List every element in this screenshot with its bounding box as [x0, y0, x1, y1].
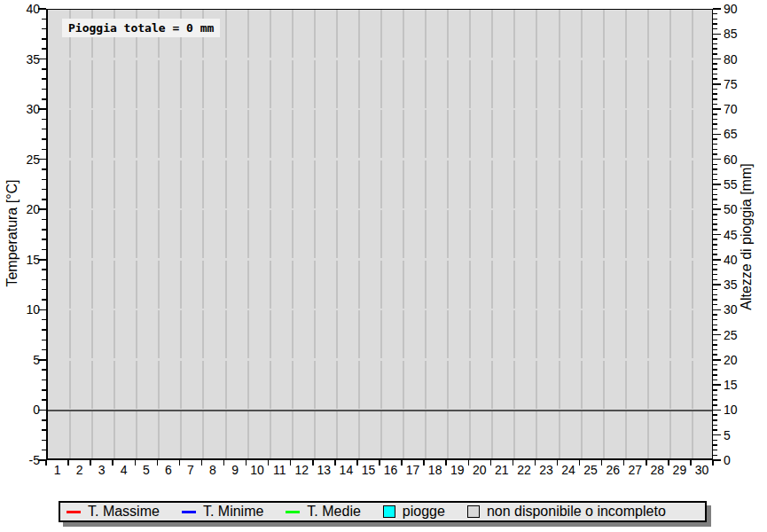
x-axis-day-label: 22	[517, 464, 531, 476]
right-axis-tick-label: 70	[724, 103, 738, 115]
legend-label-non-disponibile-o-incompleto: non disponibile o incompleto	[487, 505, 666, 519]
day-gridline	[536, 10, 537, 458]
right-minor-tick	[713, 189, 717, 191]
day-gridline	[692, 10, 693, 458]
right-minor-tick	[713, 389, 717, 391]
left-minor-tick	[42, 28, 46, 30]
x-axis-day-label: 7	[187, 464, 194, 476]
day-gridline	[380, 10, 382, 458]
left-minor-tick	[42, 98, 46, 100]
x-axis-tick	[135, 460, 137, 466]
day-gridline	[625, 10, 627, 458]
right-major-tick	[713, 434, 721, 436]
right-minor-tick	[713, 414, 717, 416]
day-gridline	[69, 10, 71, 458]
right-axis-tick-label: 0	[724, 454, 731, 466]
zero-degree-line	[48, 410, 712, 411]
right-minor-tick	[713, 429, 717, 431]
right-minor-tick	[713, 164, 717, 166]
left-axis-tick-label: 5	[0, 354, 40, 366]
right-minor-tick	[713, 254, 717, 255]
right-major-tick	[713, 184, 721, 185]
day-gridline	[270, 10, 271, 458]
x-axis-tick	[246, 460, 247, 466]
day-gridline	[113, 10, 115, 458]
right-minor-tick	[713, 319, 717, 321]
left-minor-tick	[42, 389, 46, 391]
right-axis-tick-label: 40	[724, 254, 738, 266]
right-axis-tick-label: 45	[724, 229, 738, 241]
left-axis-tick-label: 25	[0, 153, 40, 166]
right-minor-tick	[713, 279, 717, 281]
right-minor-tick	[713, 294, 717, 296]
x-axis-tick	[623, 460, 625, 466]
left-minor-tick	[42, 189, 46, 191]
x-axis-tick	[468, 460, 470, 466]
day-gridline	[447, 10, 449, 458]
left-minor-tick	[42, 129, 46, 130]
right-minor-tick	[713, 223, 717, 225]
x-axis-day-label: 13	[317, 464, 332, 476]
x-axis-day-label: 20	[473, 464, 487, 476]
left-minor-tick	[42, 399, 46, 401]
right-axis-tick-label: 30	[724, 303, 738, 316]
day-gridline	[669, 10, 671, 458]
x-axis-day-label: 27	[628, 464, 642, 476]
right-major-tick	[713, 259, 721, 261]
right-minor-tick	[713, 239, 717, 240]
right-minor-tick	[713, 153, 717, 155]
right-axis-tick-label: 60	[724, 153, 738, 166]
right-major-tick	[713, 459, 721, 461]
x-axis-tick	[157, 460, 159, 466]
x-axis-tick	[379, 460, 380, 466]
right-minor-tick	[713, 349, 717, 351]
left-minor-tick	[42, 119, 46, 121]
left-axis-tick-label: 0	[0, 403, 40, 416]
left-minor-tick	[42, 379, 46, 381]
right-minor-tick	[713, 38, 717, 40]
weather-chart-page: Pioggia totale = 0 mm 4035302520151050-5…	[0, 0, 767, 532]
left-minor-tick	[42, 199, 46, 200]
right-minor-tick	[713, 19, 717, 20]
left-axis-tick-label: -5	[0, 454, 40, 466]
right-minor-tick	[713, 123, 717, 125]
right-minor-tick	[713, 63, 717, 65]
right-minor-tick	[713, 314, 717, 316]
right-minor-tick	[713, 78, 717, 80]
x-axis-tick	[668, 460, 669, 466]
day-gridline	[292, 10, 293, 458]
right-major-tick	[713, 359, 721, 361]
x-axis-tick	[712, 460, 714, 466]
day-gridline	[358, 10, 360, 458]
legend-item-t-massime: T. Massime	[67, 505, 160, 519]
left-minor-tick	[42, 269, 46, 270]
legend-label-t-massime: T. Massime	[88, 505, 160, 519]
x-axis-tick	[445, 460, 447, 466]
right-minor-tick	[713, 450, 717, 451]
legend-swatch-t-minime	[182, 511, 196, 513]
x-axis-tick	[67, 460, 69, 466]
right-minor-tick	[713, 68, 717, 70]
legend-swatch-t-medie	[286, 511, 300, 513]
day-gridline	[491, 10, 493, 458]
right-minor-tick	[713, 89, 717, 90]
x-axis-tick	[112, 460, 113, 466]
day-gridline	[314, 10, 316, 458]
right-minor-tick	[713, 194, 717, 196]
left-minor-tick	[42, 429, 46, 431]
left-minor-tick	[42, 299, 46, 301]
x-axis-tick	[45, 460, 47, 466]
right-minor-tick	[713, 440, 717, 442]
right-minor-tick	[713, 43, 717, 45]
left-minor-tick	[42, 219, 46, 221]
right-minor-tick	[713, 23, 717, 25]
x-axis-tick	[490, 460, 492, 466]
legend-item-t-minime: T. Minime	[182, 505, 263, 519]
left-minor-tick	[42, 440, 46, 442]
x-axis-day-label: 21	[495, 464, 509, 476]
right-minor-tick	[713, 204, 717, 206]
right-minor-tick	[713, 104, 717, 106]
right-minor-tick	[713, 48, 717, 50]
x-axis-day-label: 17	[406, 464, 420, 476]
right-major-tick	[713, 309, 721, 311]
